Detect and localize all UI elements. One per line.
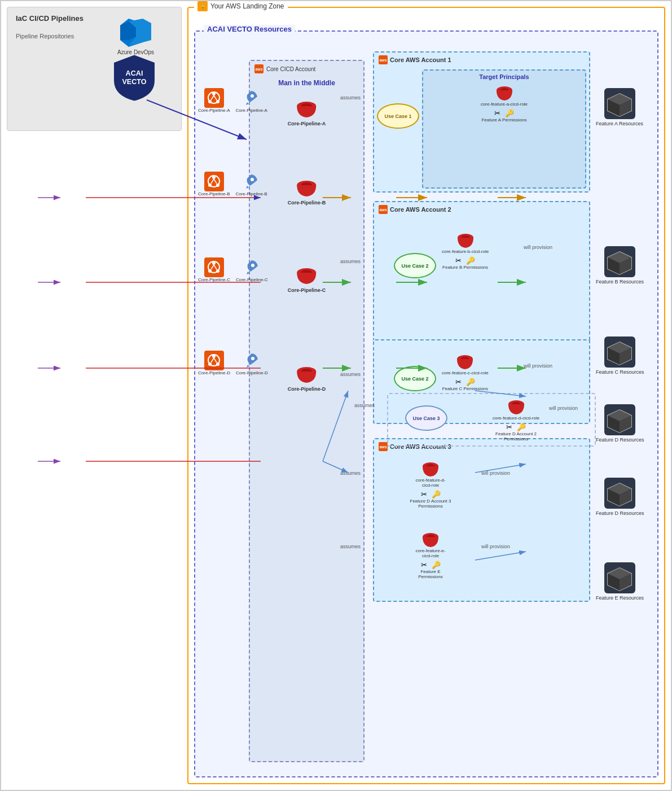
use-case-2-oval-c: Use Case 2 <box>394 366 436 391</box>
svg-text:🔑: 🔑 <box>432 490 441 499</box>
source-pipeline-b-label: Core-Pipeline-B <box>198 191 230 196</box>
svg-text:ACAI: ACAI <box>126 69 143 77</box>
source-pipeline-c-label: Core-Pipeline-C <box>198 277 230 282</box>
svg-text:✂: ✂ <box>421 490 427 499</box>
cicd-pipeline-a-label: Core-Pipeline-A <box>288 121 326 126</box>
feature-c-perms: ✂ 🔑 <box>455 377 475 386</box>
feature-e-role-group: core-feature-e-cicd-role ✂ 🔑 Feature E P… <box>408 532 453 579</box>
svg-point-16 <box>208 100 212 103</box>
feature-d3-resources-label: Feature D Resources <box>596 510 644 516</box>
will-provision-d3: will provision <box>481 470 510 476</box>
feature-c-resources: Feature C Resources <box>596 336 644 375</box>
will-provision-label-c: will provision <box>524 363 552 369</box>
svg-text:🔑: 🔑 <box>432 560 441 569</box>
source-pipeline-b: Core-Pipeline-B <box>198 172 230 196</box>
cicd-pipeline-c: Core-Pipeline-C <box>288 267 326 293</box>
feature-c-perms-label: Feature C Permissions <box>442 386 488 391</box>
svg-text:✂: ✂ <box>494 109 500 117</box>
assumes-label-a: assumes <box>340 95 361 100</box>
feature-c-resources-label: Feature C Resources <box>596 369 644 375</box>
key-icon-a: 🔑 <box>505 108 514 117</box>
svg-text:✂: ✂ <box>455 378 462 386</box>
feature-d2-role-label: core-feature-d-cicd-role <box>493 416 539 421</box>
feature-d3-role-group: core-feature-d-cicd-role ✂ 🔑 Feature D A… <box>408 462 453 509</box>
rocket-pipeline-a: Core-Pipeline-A <box>235 88 267 113</box>
aws-account-1-box: aws Core AWS Account 1 Target Principals… <box>373 51 590 193</box>
cube-icon-d3 <box>604 478 635 509</box>
feature-d2-role-group: core-feature-d-cicd-role ✂ 🔑 Feature D A… <box>493 400 539 442</box>
svg-point-42 <box>212 355 216 358</box>
pipeline-repos-label: Pipeline Repositories <box>16 33 74 40</box>
helm-icon-feature-b <box>456 233 475 249</box>
key-icon-b: 🔑 <box>466 256 475 265</box>
use-case-1-oval: Use Case 1 <box>377 103 419 129</box>
feature-a-resources-label: Feature A Resources <box>596 121 643 126</box>
cube-icon-e <box>604 562 635 593</box>
svg-point-15 <box>212 92 216 95</box>
rocket-pipeline-c-label: Core-Pipeline-C <box>236 277 268 282</box>
key-icon-c: 🔑 <box>466 377 475 386</box>
scissors-icon-d3: ✂ <box>421 490 430 499</box>
svg-point-25 <box>208 183 212 187</box>
helm-icon-feature-c <box>456 355 474 370</box>
feature-c-role-label: core-feature-c-cicd-role <box>442 370 489 375</box>
main-container: IaC CI/CD Pipelines Pipeline Repositorie… <box>0 0 672 791</box>
use-case-2-oval-b: Use Case 2 <box>394 253 436 278</box>
cube-icon-a <box>604 88 635 119</box>
feature-b-perms: ✂ 🔑 <box>455 256 475 265</box>
key-icon-e: 🔑 <box>432 560 441 569</box>
aws-acc1-icon: aws <box>379 55 388 64</box>
svg-text:🔑: 🔑 <box>517 422 526 431</box>
svg-text:✂: ✂ <box>421 561 427 569</box>
svg-point-24 <box>212 176 216 179</box>
svg-point-48 <box>251 357 254 360</box>
rocket-icon-a <box>241 88 261 108</box>
helm-icon-a <box>296 100 317 119</box>
feature-a-perms: ✂ 🔑 <box>494 108 514 117</box>
aws-account-3-box: aws Core AWS Account 3 core-feature-d-ci… <box>373 438 590 602</box>
feature-d2-perms: ✂ 🔑 <box>506 422 526 431</box>
cube-icon-d2 <box>604 404 635 435</box>
will-provision-e: will provision <box>481 544 510 549</box>
helm-icon-feature-d2 <box>507 400 525 416</box>
core-cicd-label: Core CICD Account <box>266 66 315 72</box>
feature-e-role-label: core-feature-e-cicd-role <box>412 548 449 558</box>
cicd-pipeline-a: Core-Pipeline-A <box>288 100 326 126</box>
feature-d3-perms-label: Feature D Account 3 Permissions <box>408 499 453 509</box>
cicd-pipeline-d: Core-Pipeline-D <box>288 366 326 392</box>
cicd-pipeline-b: Core-Pipeline-B <box>288 180 326 206</box>
feature-b-perms-label: Feature B Permissions <box>442 265 488 270</box>
git-icon-a <box>204 88 224 108</box>
aws-account-2-label: Core AWS Account 2 <box>390 206 451 213</box>
target-principals-box: Target Principals core-feature-a-cicd-ro… <box>422 69 586 189</box>
feature-b-role-group: core-feature-b-cicd-role ✂ 🔑 Feature B P… <box>442 233 489 270</box>
feature-a-resources: Feature A Resources <box>596 88 643 126</box>
d-use-case-zone: core-feature-d-cicd-role ✂ 🔑 Feature D A… <box>387 393 596 447</box>
rocket-pipeline-d-label: Core-Pipeline-D <box>236 370 268 375</box>
iac-cicd-section: IaC CI/CD Pipelines Pipeline Repositorie… <box>7 7 182 131</box>
azure-devops-area: Azure DevOps <box>117 19 154 55</box>
aws-account-1-header: aws Core AWS Account 1 <box>374 53 589 67</box>
assumes-label-d: assumes <box>354 403 375 408</box>
azure-devops-icon <box>120 19 151 47</box>
aws-account-2-header: aws Core AWS Account 2 <box>374 202 589 217</box>
source-pipeline-c: Core-Pipeline-C <box>198 257 230 282</box>
svg-rect-31 <box>204 257 224 277</box>
helm-icon-feature-e <box>421 532 440 548</box>
assumes-label-c: assumes <box>340 372 361 377</box>
svg-point-17 <box>216 100 219 103</box>
core-cicd-header: aws Core CICD Account <box>250 61 363 77</box>
rocket-pipeline-c: Core-Pipeline-C <box>236 257 268 282</box>
rocket-icon-d <box>242 351 262 370</box>
use-case-3-oval: Use Case 3 <box>405 405 447 431</box>
svg-rect-13 <box>204 88 224 108</box>
svg-text:🔑: 🔑 <box>505 108 514 117</box>
left-pipeline-c-group: Core-Pipeline-C Core-Pipeline-C <box>198 257 268 282</box>
svg-text:VECTO: VECTO <box>122 78 146 86</box>
rocket-icon-b <box>241 172 261 191</box>
scissors-icon-b: ✂ <box>455 256 464 265</box>
helm-icon-c <box>296 267 317 285</box>
left-pipeline-a-group: Core-Pipeline-A Core-Pipeline-A <box>198 88 267 113</box>
scissors-icon-e: ✂ <box>421 560 430 569</box>
acai-resources-box: ACAI VECTO Resources aws Core CICD Accou… <box>194 30 658 777</box>
